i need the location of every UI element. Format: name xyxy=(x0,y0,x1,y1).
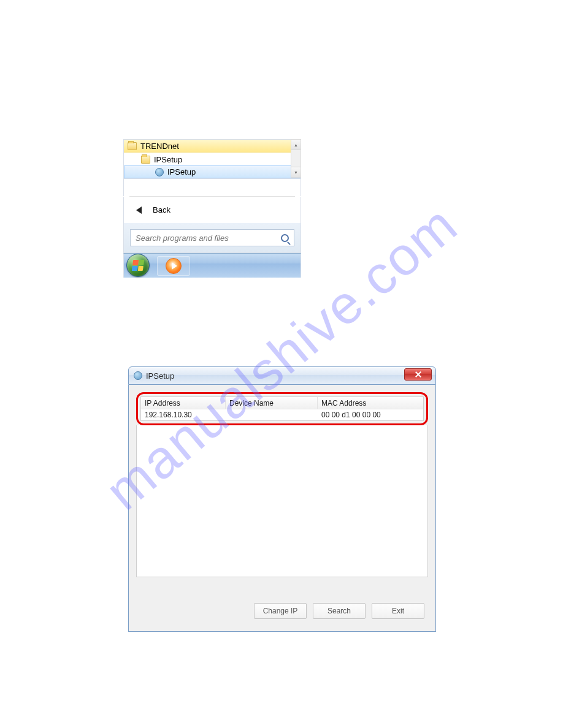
start-button[interactable] xyxy=(126,254,151,278)
taskbar xyxy=(123,253,301,278)
media-player-icon xyxy=(166,258,182,274)
start-menu-panel: TRENDnet IPSetup IPSetup ▲ ▼ Back xyxy=(123,139,301,278)
header-ip: IP Address xyxy=(141,397,226,409)
startmenu-search-box[interactable] xyxy=(130,229,294,246)
search-input[interactable] xyxy=(136,233,281,243)
folder-icon xyxy=(128,142,137,150)
search-icon xyxy=(281,234,289,242)
windows-logo-icon xyxy=(132,260,145,271)
window-title: IPSetup xyxy=(146,371,174,381)
table-row[interactable]: 192.168.10.30 00 00 d1 00 00 00 xyxy=(141,409,423,420)
globe-icon xyxy=(134,371,142,380)
startmenu-item-trendnet[interactable]: TRENDnet xyxy=(124,140,301,153)
taskbar-mediaplayer-button[interactable] xyxy=(157,256,190,276)
cell-mac: 00 00 d1 00 00 00 xyxy=(318,409,423,420)
startmenu-item-ipsetup-folder[interactable]: IPSetup xyxy=(124,153,301,165)
startmenu-item-ipsetup-app[interactable]: IPSetup xyxy=(124,165,301,178)
back-label: Back xyxy=(153,205,170,214)
ipsetup-window: IPSetup IP Address Device Name MAC Addre… xyxy=(128,366,436,632)
header-mac: MAC Address xyxy=(318,397,423,409)
startmenu-scrollbar[interactable]: ▲ ▼ xyxy=(291,139,301,178)
ipsetup-titlebar[interactable]: IPSetup xyxy=(128,366,436,385)
change-ip-button[interactable]: Change IP xyxy=(254,603,307,619)
startmenu-item-label: TRENDnet xyxy=(140,142,179,151)
scroll-down-icon[interactable]: ▼ xyxy=(291,167,301,177)
close-button[interactable] xyxy=(404,368,432,381)
cell-device xyxy=(226,409,318,420)
back-caret-icon xyxy=(136,207,142,214)
scroll-up-icon[interactable]: ▲ xyxy=(291,140,301,150)
search-button[interactable]: Search xyxy=(313,603,366,619)
cell-ip: 192.168.10.30 xyxy=(141,409,226,420)
folder-icon xyxy=(141,156,150,164)
device-table-body[interactable] xyxy=(136,425,428,577)
exit-button[interactable]: Exit xyxy=(372,603,424,619)
startmenu-back-button[interactable]: Back xyxy=(123,197,301,223)
startmenu-item-label: IPSetup xyxy=(154,155,182,164)
globe-icon xyxy=(155,168,164,176)
device-table[interactable]: IP Address Device Name MAC Address 192.1… xyxy=(140,396,424,421)
startmenu-item-label: IPSetup xyxy=(167,167,196,176)
table-header-row: IP Address Device Name MAC Address xyxy=(141,397,423,409)
header-device: Device Name xyxy=(226,397,318,409)
highlighted-callout: IP Address Device Name MAC Address 192.1… xyxy=(136,392,428,425)
